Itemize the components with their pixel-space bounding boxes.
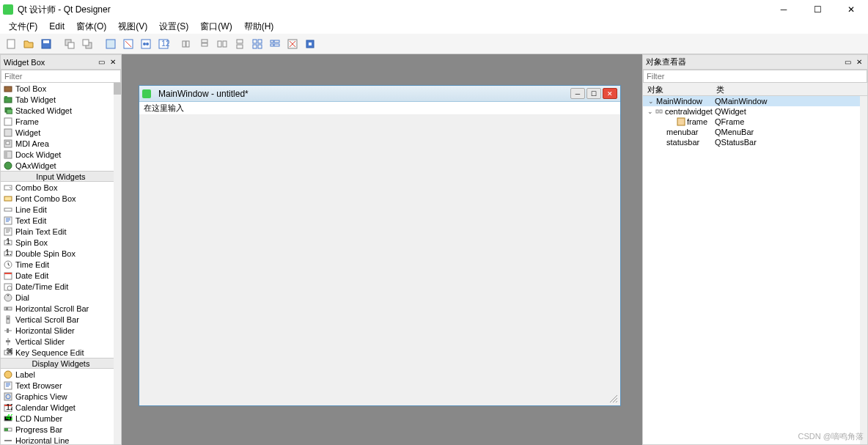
menu-edit[interactable]: Edit [43,20,70,33]
layout-vsplit-button[interactable] [232,36,248,52]
minimize-button[interactable]: ─ [767,0,801,19]
edit-widgets-button[interactable] [103,36,119,52]
close-button[interactable]: ✕ [834,0,868,19]
form-titlebar[interactable]: MainWindow - untitled* ─ ☐ ✕ [139,86,620,102]
svg-rect-32 [4,87,12,92]
form-minimize-button[interactable]: ─ [570,88,585,99]
widget-item-label[interactable]: Label [1,369,121,380]
menu-window[interactable]: 窗口(W) [194,19,238,34]
svg-rect-82 [677,118,685,125]
layout-vertical-button[interactable] [196,36,213,52]
widget-item-textbrowser[interactable]: Text Browser [1,380,121,391]
object-row-centralwidget[interactable]: ⌄centralwidgetQWidget [643,106,867,117]
widget-item-keyseq[interactable]: ⌘Key Sequence Edit [1,347,121,358]
widget-item-hslider[interactable]: Horizontal Slider [1,325,121,336]
design-canvas[interactable]: MainWindow - untitled* ─ ☐ ✕ 在这里输入 [122,54,642,445]
open-file-button[interactable] [21,36,37,52]
object-row-menubar[interactable]: menubarQMenuBar [643,127,867,137]
widget-item-dspin[interactable]: 1.0Double Spin Box [1,248,121,259]
inspector-float-button[interactable]: ▭ [842,57,853,67]
widget-item-lcd[interactable]: 42LCD Number [1,413,121,424]
maximize-button[interactable]: ☐ [801,0,834,19]
form-maximize-button[interactable]: ☐ [586,88,601,99]
widget-box-filter-input[interactable] [1,70,121,83]
widget-item-fontcombo[interactable]: Font Combo Box [1,193,121,204]
form-menubar[interactable]: 在这里输入 [139,102,620,115]
widget-box-scrollbar[interactable] [114,83,121,444]
designer-form-window[interactable]: MainWindow - untitled* ─ ☐ ✕ 在这里输入 [139,85,621,406]
form-close-button[interactable]: ✕ [603,88,617,99]
layout-grid-button[interactable] [249,36,265,52]
layout-horizontal-button[interactable] [179,36,195,52]
form-size-grip-icon[interactable] [608,394,619,404]
widget-item-time[interactable]: Time Edit [1,259,121,270]
tree-expander-icon[interactable]: ⌄ [647,98,655,105]
widget-item-vscroll[interactable]: Vertical Scroll Bar [1,314,121,325]
widget-item-frame[interactable]: Frame [1,116,121,127]
save-file-button[interactable] [38,36,54,52]
edit-tab-order-button[interactable]: 12 [155,36,172,52]
menu-help[interactable]: 帮助(H) [238,19,280,34]
object-row-frame[interactable]: frameQFrame [643,117,867,127]
object-inspector-filter-input[interactable] [643,70,867,83]
object-class: QMenuBar [712,128,867,136]
widget-item-label: Vertical Slider [15,337,65,346]
widget-item-datetime[interactable]: Date/Time Edit [1,281,121,292]
svg-text:1: 1 [6,238,10,246]
bring-front-button[interactable] [79,36,95,52]
widget-item-label: Date/Time Edit [15,282,68,291]
edit-buddies-button[interactable] [138,36,154,52]
widget-item-hline[interactable]: Horizontal Line [1,435,121,444]
widget-item-tabwidget[interactable]: Tab Widget [1,94,121,105]
layout-hsplit-button[interactable] [214,36,230,52]
menu-view[interactable]: 视图(V) [112,19,153,34]
svg-text:12: 12 [161,39,169,48]
edit-signals-button[interactable] [120,36,136,52]
widget-box-close-button[interactable]: ✕ [108,57,118,67]
inspector-col-class[interactable]: 类 [712,83,729,95]
widget-box-float-button[interactable]: ▭ [96,57,106,67]
form-menubar-hint[interactable]: 在这里输入 [144,103,184,114]
menu-file[interactable]: 文件(F) [3,19,43,34]
menu-settings[interactable]: 设置(S) [153,19,194,34]
widget-item-lineedit[interactable]: Line Edit [1,204,121,215]
object-row-statusbar[interactable]: statusbarQStatusBar [643,137,867,147]
widget-item-label: Combo Box [15,183,57,192]
widget-item-widget[interactable]: Widget [1,127,121,138]
widget-item-qax[interactable]: QAxWidget [1,160,121,171]
category-display-widgets[interactable]: Display Widgets [1,358,121,369]
widget-item-dock[interactable]: Dock Widget [1,149,121,160]
widget-item-stacked[interactable]: Stacked Widget [1,105,121,116]
form-central-widget[interactable] [139,115,620,405]
widget-item-calendar[interactable]: 12Calendar Widget [1,402,121,413]
send-back-button[interactable] [62,36,78,52]
widget-item-toolbox[interactable]: Tool Box [1,83,121,94]
widget-item-vslider[interactable]: Vertical Slider [1,336,121,347]
widget-item-date[interactable]: Date Edit [1,270,121,281]
qax-icon [4,161,12,170]
widget-item-dial[interactable]: Dial [1,292,121,303]
widget-item-combo[interactable]: Combo Box [1,182,121,193]
widget-item-hscroll[interactable]: Horizontal Scroll Bar [1,303,121,314]
widget-item-mdi[interactable]: MDI Area [1,138,121,149]
object-tree[interactable]: ⌄MainWindowQMainWindow⌄centralwidgetQWid… [643,96,867,444]
adjust-size-button[interactable] [302,36,318,52]
widget-item-textedit[interactable]: Text Edit [1,215,121,226]
inspector-col-object[interactable]: 对象 [643,83,712,95]
tree-expander-icon[interactable]: ⌄ [647,108,653,115]
widget-box-list[interactable]: Tool BoxTab WidgetStacked WidgetFrameWid… [1,83,121,444]
widget-item-graphics[interactable]: Graphics View [1,391,121,402]
menu-form[interactable]: 窗体(O) [70,19,112,34]
widget-item-spin[interactable]: 1Spin Box [1,237,121,248]
object-row-MainWindow[interactable]: ⌄MainWindowQMainWindow [643,96,867,106]
new-file-button[interactable] [3,36,19,52]
category-input-widgets[interactable]: Input Widgets [1,171,121,182]
inspector-close-button[interactable]: ✕ [854,57,864,67]
inspector-scrollbar[interactable] [860,96,867,444]
break-layout-button[interactable] [284,36,301,52]
date-icon [4,271,12,280]
widget-item-plaintext[interactable]: Plain Text Edit [1,226,121,237]
widget-item-label: Calendar Widget [15,403,76,412]
widget-item-progress[interactable]: Progress Bar [1,424,121,435]
layout-form-button[interactable] [267,36,283,52]
